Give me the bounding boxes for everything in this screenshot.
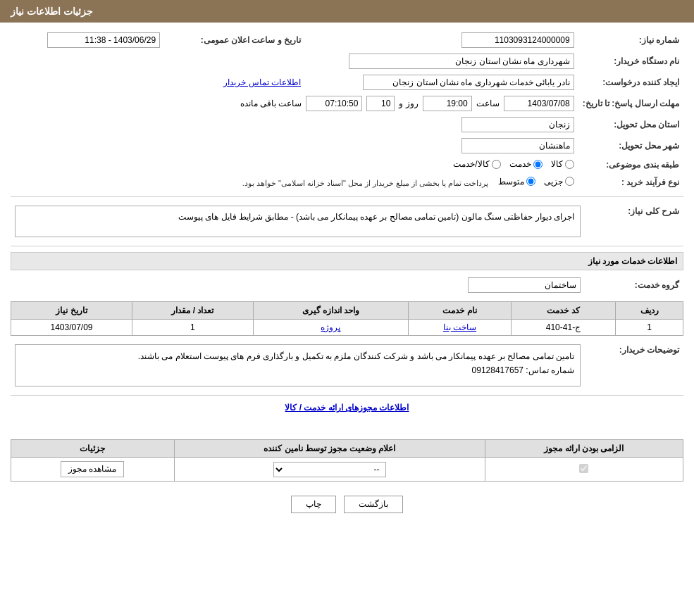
- contact-link[interactable]: اطلاعات تماس خریدار: [223, 77, 301, 87]
- radio-khedmat-input[interactable]: [533, 160, 543, 169]
- buyer-org-input: شهرداری ماه نشان استان زنجان: [349, 54, 574, 69]
- description-table: شرح کلی نیاز: اجرای دیوار حفاظتی سنگ مال…: [11, 203, 683, 240]
- buyer-phone-text: شماره تماس: 09128417657: [472, 365, 574, 375]
- process-note: پرداخت تمام یا بخشی از مبلغ خریدار از مح…: [242, 179, 489, 187]
- buyer-notes-text: تامین تمامی مصالح بر عهده پیمانکار می با…: [138, 351, 574, 361]
- radio-khedmat: خدمت: [509, 159, 543, 169]
- radio-kala-label: کالا: [551, 159, 563, 169]
- deadline-remaining-input: 07:10:50: [306, 96, 362, 111]
- notes-table: توضیحات خریدار: تامین تمامی مصالح بر عهد…: [11, 341, 683, 389]
- buyer-org-value: شهرداری ماه نشان استان زنجان: [11, 51, 578, 72]
- notes-row: توضیحات خریدار: تامین تمامی مصالح بر عهد…: [11, 341, 683, 389]
- col-status: اعلام وضعیت مجوز توسط نامین کننده: [174, 440, 485, 458]
- info-table: شماره نیاز: 1103093124000009 تاریخ و ساع…: [11, 30, 683, 191]
- process-radio-group: جزیی متوسط: [498, 177, 574, 187]
- province-row: استان محل تحویل: زنجان: [11, 114, 683, 135]
- divider2: [11, 246, 683, 246]
- services-header-row: ردیف کد خدمت نام خدمت واحد اندازه گیری ت…: [11, 302, 683, 320]
- table-row: 1 ج-41-410 ساخت بنا پروژه 1 1403/07/09: [11, 320, 683, 336]
- print-button[interactable]: چاپ: [291, 496, 336, 513]
- buyer-notes-value-cell: تامین تمامی مصالح بر عهده پیمانکار می با…: [11, 341, 585, 389]
- col-code: کد خدمت: [511, 302, 615, 320]
- cell-details: مشاهده مجوز: [11, 458, 175, 482]
- deadline-values: 1403/07/08 ساعت 19:00 روز و 10 07:10:50 …: [11, 93, 578, 114]
- radio-khedmat-label: خدمت: [509, 159, 531, 169]
- city-value: ماهنشان: [11, 135, 578, 156]
- cell-row: 1: [616, 320, 683, 336]
- category-options: کالا خدمت کالا/خدمت: [11, 156, 578, 174]
- need-number-label: شماره نیاز:: [578, 30, 683, 51]
- radio-kala-input[interactable]: [565, 160, 574, 169]
- footer-buttons: بازگشت چاپ: [11, 489, 683, 520]
- process-options: جزیی متوسط پرداخت تمام یا بخشی از مبلغ خ…: [11, 174, 578, 191]
- deadline-time-label: ساعت: [476, 99, 500, 108]
- radio-motavset-label: متوسط: [498, 177, 524, 187]
- page-header: جزئیات اطلاعات نیاز: [0, 0, 694, 23]
- cell-code: ج-41-410: [511, 320, 615, 336]
- radio-motavset: متوسط: [498, 177, 535, 187]
- radio-kala-khedmat: کالا/خدمت: [453, 159, 500, 169]
- service-group-table: گروه خدمت: ساختمان: [11, 275, 683, 296]
- page-container: جزئیات اطلاعات نیاز شماره نیاز: 11030931…: [0, 0, 694, 616]
- description-label: شرح کلی نیاز:: [585, 203, 683, 240]
- permits-section-title[interactable]: اطلاعات مجوزهای ارائه خدمت / کالا: [11, 403, 683, 413]
- announce-date-input: 1403/06/29 - 11:38: [47, 32, 160, 48]
- buyer-org-row: نام دستگاه خریدار: شهرداری ماه نشان استا…: [11, 51, 683, 72]
- deadline-row: مهلت ارسال پاسخ: تا تاریخ: 1403/07/08 سا…: [11, 93, 683, 114]
- need-number-value: 1103093124000009: [326, 30, 578, 51]
- need-number-input: 1103093124000009: [461, 32, 574, 48]
- buyer-notes-label: توضیحات خریدار:: [585, 341, 683, 389]
- announce-date-label: تاریخ و ساعت اعلان عمومی:: [164, 30, 305, 51]
- radio-jozyi: جزیی: [544, 177, 574, 187]
- category-radio-group: کالا خدمت کالا/خدمت: [453, 159, 574, 169]
- main-content: شماره نیاز: 1103093124000009 تاریخ و ساع…: [0, 23, 694, 527]
- province-value: زنجان: [11, 114, 578, 135]
- city-input: ماهنشان: [461, 138, 574, 153]
- cell-unit[interactable]: پروژه: [253, 320, 408, 336]
- radio-kala-khedmat-input[interactable]: [492, 160, 501, 169]
- services-table-head: ردیف کد خدمت نام خدمت واحد اندازه گیری ت…: [11, 302, 683, 320]
- province-input: زنجان: [461, 117, 574, 132]
- status-select[interactable]: --: [273, 462, 386, 477]
- services-table: ردیف کد خدمت نام خدمت واحد اندازه گیری ت…: [11, 301, 683, 336]
- deadline-remaining-label: ساعت باقی مانده: [240, 99, 302, 108]
- radio-kala: کالا: [551, 159, 574, 169]
- col-name: نام خدمت: [409, 302, 512, 320]
- permits-table: الزامی بودن ارائه مجوز اعلام وضعیت مجوز …: [11, 439, 683, 482]
- view-permit-button[interactable]: مشاهده مجوز: [61, 461, 124, 477]
- services-section-title: اطلاعات خدمات مورد نیاز: [588, 256, 677, 266]
- col-row: ردیف: [616, 302, 683, 320]
- category-label: طبقه بندی موضوعی:: [578, 156, 683, 174]
- need-number-row: شماره نیاز: 1103093124000009 تاریخ و ساع…: [11, 30, 683, 51]
- permits-table-head: الزامی بودن ارائه مجوز اعلام وضعیت مجوز …: [11, 440, 683, 458]
- cell-status: --: [174, 458, 485, 482]
- deadline-date-input: 1403/07/08: [504, 96, 574, 111]
- process-label: نوع فرآیند خرید :: [578, 174, 683, 191]
- city-row: شهر محل تحویل: ماهنشان: [11, 135, 683, 156]
- col-date: تاریخ نیاز: [11, 302, 132, 320]
- table-row: -- مشاهده مجوز: [11, 458, 683, 482]
- cell-name[interactable]: ساخت بنا: [409, 320, 512, 336]
- creator-label: ایجاد کننده درخواست:: [578, 72, 683, 93]
- category-row: طبقه بندی موضوعی: کالا خدمت: [11, 156, 683, 174]
- deadline-time-input: 19:00: [423, 96, 472, 111]
- description-value-cell: اجرای دیوار حفاظتی سنگ مالون (تامین تمام…: [11, 203, 585, 240]
- services-table-body: 1 ج-41-410 ساخت بنا پروژه 1 1403/07/09: [11, 320, 683, 336]
- city-label: شهر محل تحویل:: [578, 135, 683, 156]
- radio-jozyi-input[interactable]: [565, 177, 574, 186]
- creator-input: نادر یابائی خدمات شهرداری ماه نشان استان…: [363, 75, 574, 90]
- process-row: نوع فرآیند خرید : جزیی متوسط پرداخت تمام…: [11, 174, 683, 191]
- buyer-notes-box: تامین تمامی مصالح بر عهده پیمانکار می با…: [15, 344, 581, 386]
- page-title: جزئیات اطلاعات نیاز: [11, 6, 93, 17]
- radio-motavset-input[interactable]: [526, 177, 535, 186]
- deadline-label: مهلت ارسال پاسخ: تا تاریخ:: [578, 93, 683, 114]
- divider1: [11, 196, 683, 197]
- permits-header-row: الزامی بودن ارائه مجوز اعلام وضعیت مجوز …: [11, 440, 683, 458]
- col-required: الزامی بودن ارائه مجوز: [485, 440, 683, 458]
- contact-link-cell: اطلاعات تماس خریدار: [11, 72, 305, 93]
- description-box: اجرای دیوار حفاظتی سنگ مالون (تامین تمام…: [15, 206, 581, 237]
- creator-value: نادر یابائی خدمات شهرداری ماه نشان استان…: [305, 72, 578, 93]
- back-button[interactable]: بازگشت: [344, 496, 403, 513]
- cell-quantity: 1: [132, 320, 254, 336]
- description-row: شرح کلی نیاز: اجرای دیوار حفاظتی سنگ مال…: [11, 203, 683, 240]
